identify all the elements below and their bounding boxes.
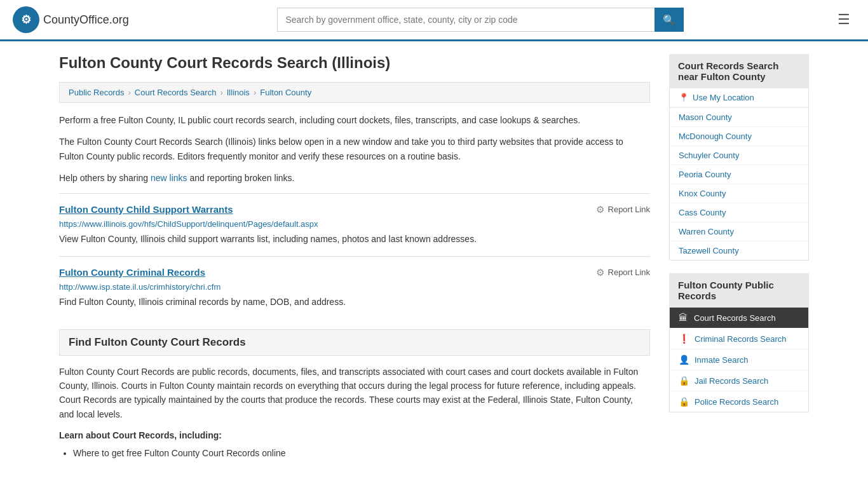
- find-section-header: Find Fulton County Court Records: [59, 329, 650, 356]
- report-link-1[interactable]: ⚙ Report Link: [596, 204, 650, 215]
- use-location-label: Use My Location: [693, 93, 754, 102]
- record-criminal-header: Fulton County Criminal Records ⚙ Report …: [59, 267, 650, 278]
- record-child-support-header: Fulton County Child Support Warrants ⚙ R…: [59, 204, 650, 215]
- jail-records-label: Jail Records Search: [695, 376, 768, 386]
- sidebar: Court Records Search near Fulton County …: [669, 54, 809, 461]
- sidebar-public-records-list: 🏛 Court Records Search ❗ Criminal Record…: [669, 308, 809, 412]
- record-child-support-desc: View Fulton County, Illinois child suppo…: [59, 233, 650, 246]
- sidebar-link-court-records[interactable]: 🏛 Court Records Search: [670, 308, 808, 328]
- report-label-1: Report Link: [608, 205, 650, 214]
- search-input[interactable]: [277, 8, 654, 32]
- sidebar-nearby-mcdonough: McDonough County: [670, 127, 808, 146]
- learn-header: Learn about Court Records, including:: [59, 430, 650, 440]
- inmate-search-label: Inmate Search: [695, 355, 749, 365]
- logo-text: CountyOffice.org: [43, 13, 129, 27]
- breadcrumb-court-records-search[interactable]: Court Records Search: [135, 88, 217, 97]
- menu-button[interactable]: ☰: [832, 9, 855, 30]
- breadcrumb-fulton-county[interactable]: Fulton County: [260, 88, 311, 97]
- police-records-label: Police Records Search: [695, 397, 778, 407]
- sidebar-public-court-records: 🏛 Court Records Search: [670, 308, 808, 329]
- sidebar-link-inmate-search[interactable]: 👤 Inmate Search: [670, 349, 808, 370]
- description-2: The Fulton County Court Records Search (…: [59, 135, 650, 163]
- search-button[interactable]: 🔍: [654, 8, 684, 32]
- sidebar-link-warren[interactable]: Warren County: [670, 222, 808, 241]
- sidebar-link-cass[interactable]: Cass County: [670, 203, 808, 222]
- court-records-icon: 🏛: [679, 313, 689, 323]
- police-records-icon: 🔒: [679, 396, 689, 407]
- sidebar-use-location-item: 📍 Use My Location: [670, 88, 808, 108]
- breadcrumb-illinois[interactable]: Illinois: [227, 88, 250, 97]
- breadcrumb: Public Records › Court Records Search › …: [59, 82, 650, 103]
- court-records-label: Court Records Search: [694, 313, 776, 323]
- sidebar-link-mcdonough[interactable]: McDonough County: [670, 127, 808, 146]
- breadcrumb-sep-3: ›: [254, 88, 256, 97]
- description-3-pre: Help others by sharing: [59, 173, 151, 183]
- sidebar-link-police-records[interactable]: 🔒 Police Records Search: [670, 391, 808, 412]
- sidebar-public-criminal-records: ❗ Criminal Records Search: [670, 329, 808, 349]
- sidebar-nearby-knox: Knox County: [670, 184, 808, 203]
- description-1: Perform a free Fulton County, IL public …: [59, 113, 650, 127]
- sidebar-nearby-schuyler: Schuyler County: [670, 146, 808, 165]
- record-criminal-desc: Find Fulton County, Illinois criminal re…: [59, 295, 650, 309]
- find-body-text: Fulton County Court Records are public r…: [59, 365, 650, 422]
- report-icon-1: ⚙: [596, 204, 604, 215]
- record-child-support-url: https://www.illinois.gov/hfs/ChildSuppor…: [59, 219, 650, 229]
- sidebar-nearby-mason: Mason County: [670, 108, 808, 127]
- sidebar-public-records-title: Fulton County Public Records: [669, 273, 809, 308]
- record-criminal: Fulton County Criminal Records ⚙ Report …: [59, 256, 650, 314]
- report-icon-2: ⚙: [596, 267, 604, 278]
- bullet-item-0: Where to get free Fulton County Court Re…: [73, 445, 650, 461]
- bullet-list: Where to get free Fulton County Court Re…: [59, 445, 650, 461]
- page-title: Fulton County Court Records Search (Illi…: [59, 54, 650, 72]
- sidebar-link-tazewell[interactable]: Tazewell County: [670, 241, 808, 260]
- inmate-search-icon: 👤: [679, 355, 689, 365]
- report-label-2: Report Link: [608, 268, 650, 277]
- breadcrumb-sep-2: ›: [220, 88, 222, 97]
- sidebar-nearby-title: Court Records Search near Fulton County: [669, 54, 809, 88]
- logo-area: ⚙ CountyOffice.org: [13, 6, 129, 33]
- sidebar-nearby-tazewell: Tazewell County: [670, 241, 808, 260]
- breadcrumb-public-records[interactable]: Public Records: [69, 88, 124, 97]
- sidebar-link-knox[interactable]: Knox County: [670, 184, 808, 203]
- record-criminal-title[interactable]: Fulton County Criminal Records: [59, 267, 205, 278]
- record-child-support: Fulton County Child Support Warrants ⚙ R…: [59, 193, 650, 251]
- record-criminal-url: http://www.isp.state.il.us/crimhistory/c…: [59, 282, 650, 292]
- description-3: Help others by sharing new links and rep…: [59, 171, 650, 185]
- jail-records-icon: 🔒: [679, 376, 689, 386]
- criminal-records-label: Criminal Records Search: [695, 334, 787, 344]
- main-content: Fulton County Court Records Search (Illi…: [59, 54, 650, 461]
- location-icon: 📍: [679, 93, 689, 102]
- sidebar-link-criminal-records[interactable]: ❗ Criminal Records Search: [670, 329, 808, 349]
- sidebar-nearby-peoria: Peoria County: [670, 165, 808, 184]
- breadcrumb-sep-1: ›: [128, 88, 130, 97]
- site-header: ⚙ CountyOffice.org 🔍 ☰: [0, 0, 868, 41]
- sidebar-nearby-cass: Cass County: [670, 203, 808, 222]
- sidebar-public-police-records: 🔒 Police Records Search: [670, 391, 808, 412]
- search-area: 🔍: [277, 8, 684, 32]
- page-container: Fulton County Court Records Search (Illi…: [46, 41, 822, 474]
- header-right: ☰: [832, 9, 855, 30]
- logo-icon: ⚙: [13, 6, 39, 33]
- criminal-records-icon: ❗: [679, 334, 689, 344]
- sidebar-link-jail-records[interactable]: 🔒 Jail Records Search: [670, 370, 808, 391]
- sidebar-link-peoria[interactable]: Peoria County: [670, 165, 808, 184]
- use-location[interactable]: 📍 Use My Location: [670, 88, 808, 107]
- report-link-2[interactable]: ⚙ Report Link: [596, 267, 650, 278]
- sidebar-link-schuyler[interactable]: Schuyler County: [670, 146, 808, 165]
- sidebar-public-inmate-search: 👤 Inmate Search: [670, 349, 808, 370]
- sidebar-link-mason[interactable]: Mason County: [670, 108, 808, 126]
- sidebar-nearby-warren: Warren County: [670, 222, 808, 241]
- description-3-post: and reporting broken links.: [187, 173, 295, 183]
- sidebar-public-jail-records: 🔒 Jail Records Search: [670, 370, 808, 391]
- new-links-link[interactable]: new links: [151, 173, 187, 183]
- record-child-support-title[interactable]: Fulton County Child Support Warrants: [59, 204, 233, 215]
- sidebar-nearby-list: 📍 Use My Location Mason County McDonough…: [669, 88, 809, 261]
